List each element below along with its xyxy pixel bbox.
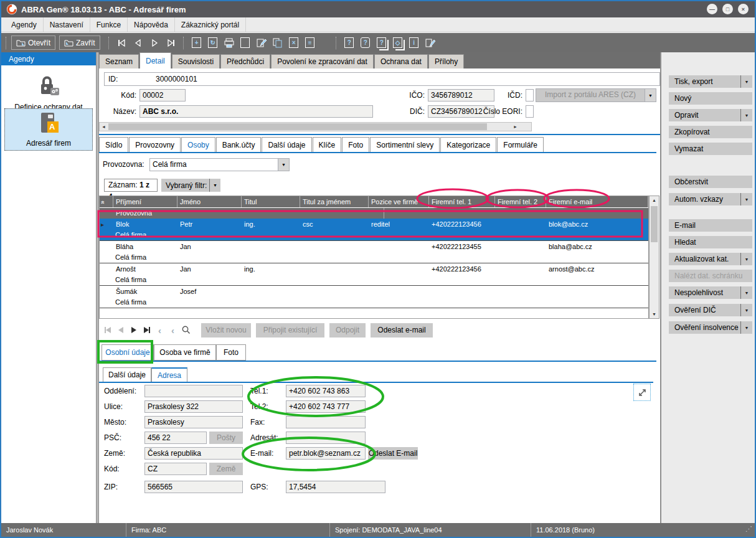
- hledat-button[interactable]: Hledat: [669, 236, 752, 248]
- tab-osoby[interactable]: Osoby: [181, 137, 215, 153]
- novy-button[interactable]: Nový: [669, 92, 752, 105]
- tab-souvislosti[interactable]: Souvislosti: [172, 54, 220, 68]
- tab-prilohy[interactable]: Přílohy: [428, 54, 464, 68]
- email-field[interactable]: petr.blok@seznam.cz: [286, 447, 366, 460]
- last-record-icon[interactable]: [163, 36, 178, 50]
- delete-document-icon[interactable]: ×: [286, 36, 301, 50]
- back-more-icon[interactable]: ‹: [166, 324, 179, 336]
- scrollbar-thumb[interactable]: [651, 206, 658, 242]
- adresat-field[interactable]: [286, 432, 366, 444]
- oddeleni-field[interactable]: [144, 385, 243, 397]
- first-record-icon[interactable]: [115, 36, 130, 50]
- print-icon[interactable]: [222, 36, 237, 50]
- tel2-field[interactable]: +420 602 743 777: [286, 400, 366, 413]
- tab-predchudci[interactable]: Předchůdci: [220, 54, 270, 68]
- tisk-export-button[interactable]: Tisk, export▼: [669, 75, 752, 88]
- kod-field[interactable]: 00002: [139, 89, 186, 101]
- scroll-right-icon[interactable]: ►: [511, 125, 519, 129]
- vymazat-button[interactable]: Vymazat: [669, 143, 752, 155]
- tab-dalsi-udaje[interactable]: Další údaje: [262, 137, 311, 153]
- attach-existing-button[interactable]: Připojit existující: [256, 323, 324, 337]
- new-document-icon[interactable]: [238, 36, 253, 50]
- dropdown-icon[interactable]: ▼: [740, 321, 752, 334]
- tab-osoba-ve-firme[interactable]: Osoba ve firmě: [154, 344, 216, 361]
- dropdown-icon[interactable]: ▼: [740, 253, 752, 265]
- help-icon[interactable]: ?: [342, 36, 357, 50]
- dropdown-icon[interactable]: ▼: [740, 193, 752, 205]
- dropdown-icon[interactable]: ▼: [645, 89, 656, 101]
- table-row[interactable]: Arnošt Jan ing. +420222123456 arnost@abc…: [100, 263, 648, 286]
- eori-field[interactable]: [526, 105, 534, 118]
- posty-button[interactable]: Pošty: [209, 432, 243, 444]
- maximize-button[interactable]: □: [722, 4, 733, 14]
- next-row-icon[interactable]: [127, 324, 140, 336]
- psc-field[interactable]: 456 22: [144, 432, 207, 444]
- menu-agendy[interactable]: Agendy: [5, 17, 44, 32]
- document-log-icon[interactable]: ≡: [303, 36, 318, 50]
- sidebar-item-adresar-firem[interactable]: A Adresář firem: [4, 108, 93, 151]
- nazev-field[interactable]: ABC s.r.o.: [139, 105, 373, 118]
- help-topics-icon[interactable]: ?: [374, 36, 389, 50]
- tab-sortimentni-slevy[interactable]: Sortimentní slevy: [370, 137, 440, 153]
- tab-foto-person[interactable]: Foto: [216, 344, 246, 361]
- close-window-button[interactable]: Zavřít: [59, 35, 100, 50]
- scroll-down-icon[interactable]: ▼: [650, 312, 659, 316]
- fax-field[interactable]: [286, 416, 366, 428]
- navigator-icon[interactable]: ◇: [390, 36, 405, 50]
- col-pozice[interactable]: Pozice ve firmě: [369, 196, 429, 207]
- scroll-left-icon[interactable]: ◄: [100, 125, 108, 129]
- ico-field[interactable]: 3456789012: [428, 89, 494, 101]
- table-row-selected[interactable]: ▸ Blok Petr ing. csc reditel +4202221234…: [100, 219, 648, 241]
- col-firemni-tel-1[interactable]: Firemní tel. 1: [429, 196, 495, 207]
- tab-provozovny[interactable]: Provozovny: [129, 137, 181, 153]
- next-record-icon[interactable]: [147, 36, 162, 50]
- col-jmeno[interactable]: Jméno: [177, 196, 242, 207]
- mesto-field[interactable]: Praskolesy: [144, 416, 243, 428]
- email-button[interactable]: E-mail: [669, 219, 752, 232]
- col-titul-za-jmenem[interactable]: Titul za jménem: [300, 196, 369, 207]
- ulice-field[interactable]: Praskolesy 322: [144, 400, 243, 413]
- menu-funkce[interactable]: Funkce: [90, 17, 128, 32]
- prior-row-icon[interactable]: [114, 324, 127, 336]
- col-titul[interactable]: Titul: [242, 196, 300, 207]
- add-to-agenda-icon[interactable]: +: [189, 36, 204, 50]
- nalezt-dat-schranku-button[interactable]: Nalézt dat. schránku: [669, 270, 752, 282]
- dropdown-icon[interactable]: ▼: [740, 75, 752, 88]
- about-icon[interactable]: i: [407, 36, 422, 50]
- first-row-icon[interactable]: [101, 324, 114, 336]
- refresh-record-icon[interactable]: ↻: [206, 36, 220, 50]
- id-field[interactable]: ID: 3000000101: [104, 72, 660, 86]
- opravit-button[interactable]: Opravit▼: [669, 109, 752, 121]
- edit-document-icon[interactable]: [254, 36, 269, 50]
- overeni-dic-button[interactable]: Ověření DIČ▼: [669, 304, 752, 316]
- send-email-button[interactable]: Odeslat e-mail: [371, 323, 433, 337]
- col-prijmeni[interactable]: Příjmení: [113, 196, 177, 207]
- back-icon[interactable]: ‹: [153, 324, 166, 336]
- zeme-field[interactable]: Česká republika: [144, 447, 243, 460]
- tab-kategorizace[interactable]: Kategorizace: [440, 137, 496, 153]
- aktualizovat-kat-button[interactable]: Aktualizovat kat.▼: [669, 253, 752, 265]
- close-button[interactable]: ×: [738, 4, 749, 14]
- expand-panel-icon[interactable]: [633, 384, 651, 401]
- autom-vzkazy-button[interactable]: Autom. vzkazy▼: [669, 193, 752, 205]
- dropdown-icon[interactable]: ▼: [278, 159, 289, 171]
- zeme-button[interactable]: Země: [209, 463, 243, 475]
- table-header-row[interactable]: » Příjmení Jméno Titul Titul za jménem P…: [100, 196, 648, 207]
- table-row[interactable]: Bláha Jan +420222123455 blaha@abc.cz Cel…: [100, 241, 648, 263]
- tab-bank-ucty[interactable]: Bank.účty: [216, 137, 262, 153]
- menu-napoveda[interactable]: Nápověda: [128, 17, 175, 32]
- dropdown-icon[interactable]: ▼: [209, 179, 220, 192]
- ares-import-button[interactable]: Import z portálu ARES (CZ) ▼: [536, 88, 656, 102]
- obcerstvit-button[interactable]: Občerstvit: [669, 176, 752, 188]
- kod-zeme-field[interactable]: CZ: [144, 463, 207, 475]
- tab-povoleni[interactable]: Povolení ke zpracování dat: [271, 54, 374, 68]
- tab-osobni-udaje[interactable]: Osobní údaje: [102, 344, 154, 361]
- insert-new-button[interactable]: Vložit novou: [201, 323, 251, 337]
- tab-dalsi-udaje-adresy[interactable]: Další údaje: [103, 367, 151, 382]
- tab-foto[interactable]: Foto: [342, 137, 369, 153]
- col-firemni-tel-2[interactable]: Firemní tel. 2: [495, 196, 546, 207]
- selected-filter-button[interactable]: Vybraný filtr: ▼: [161, 179, 220, 192]
- tab-detail[interactable]: Detail: [139, 52, 171, 68]
- collapse-all-icon[interactable]: »: [100, 201, 108, 204]
- zip-field[interactable]: 566565: [144, 481, 243, 493]
